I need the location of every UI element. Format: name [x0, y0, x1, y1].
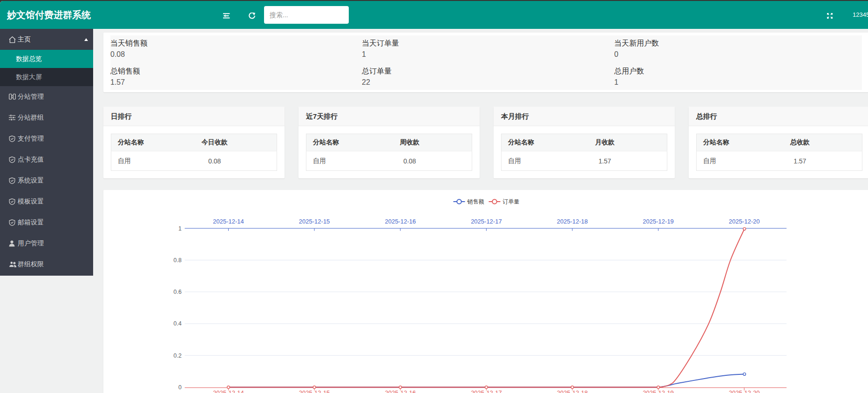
- svg-text:2025-12-16: 2025-12-16: [385, 389, 416, 393]
- svg-text:2025-12-18: 2025-12-18: [557, 218, 588, 225]
- svg-text:2025-12-15: 2025-12-15: [299, 389, 330, 393]
- svg-text:2025-12-20: 2025-12-20: [729, 218, 760, 225]
- svg-text:2025-12-14: 2025-12-14: [213, 389, 244, 393]
- svg-text:2025-12-17: 2025-12-17: [471, 218, 502, 225]
- svg-text:2025-12-20: 2025-12-20: [729, 389, 760, 393]
- svg-text:2025-12-19: 2025-12-19: [643, 389, 674, 393]
- svg-text:订单量: 订单量: [503, 198, 520, 205]
- svg-text:2025-12-17: 2025-12-17: [471, 389, 502, 393]
- svg-text:2025-12-18: 2025-12-18: [557, 389, 588, 393]
- svg-text:2025-12-15: 2025-12-15: [299, 218, 330, 225]
- svg-text:0.4: 0.4: [174, 320, 182, 327]
- svg-text:0.6: 0.6: [174, 289, 182, 295]
- svg-text:1: 1: [178, 225, 182, 232]
- svg-text:2025-12-16: 2025-12-16: [385, 218, 416, 225]
- svg-text:0: 0: [178, 384, 182, 391]
- svg-text:2025-12-19: 2025-12-19: [643, 218, 674, 225]
- svg-text:0.2: 0.2: [174, 352, 182, 359]
- svg-text:销售额: 销售额: [467, 198, 484, 205]
- svg-text:2025-12-14: 2025-12-14: [213, 218, 244, 225]
- svg-text:0.8: 0.8: [174, 257, 182, 264]
